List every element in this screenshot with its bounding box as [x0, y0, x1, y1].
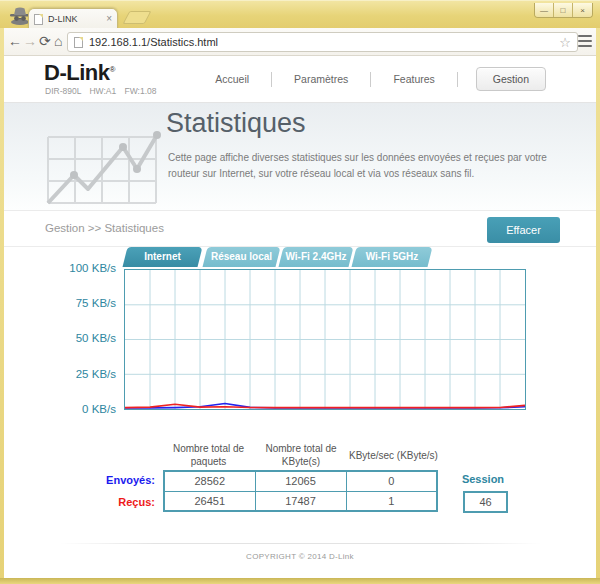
nav-separator [457, 72, 458, 87]
nav-item-features[interactable]: Features [371, 73, 456, 85]
page-banner: Statistiques Cette page affiche diverses… [4, 102, 596, 211]
browser-window: D-LINK × — □ × ← → ⟳ ⌂ 192.168.1.1/Stati… [0, 0, 600, 584]
footer-divider [59, 543, 541, 544]
tab-internet[interactable]: Internet [125, 247, 200, 267]
cell-envoyes-kbytes: 12065 [255, 471, 346, 491]
breadcrumb-row: Gestion >> Statistiques Effacer [4, 211, 596, 247]
forward-icon[interactable]: → [23, 33, 37, 50]
minimize-button[interactable]: — [535, 3, 554, 17]
maximize-button[interactable]: □ [554, 3, 573, 17]
table-row-envoyes: 28562 12065 0 [164, 471, 437, 491]
close-button[interactable]: × [573, 3, 592, 17]
cell-recus-kbytes: 17487 [255, 491, 346, 511]
main-nav: Accueil Paramètres Features Gestion [193, 56, 550, 102]
chart-canvas [125, 270, 525, 409]
col-header-kbyte-sec: KByte/sec (KByte/s) [348, 450, 439, 463]
page-favicon-icon [34, 14, 43, 25]
session-label: Session [448, 473, 518, 485]
url-bar[interactable]: 192.168.1.1/Statistics.html ☆ [67, 32, 578, 52]
nav-item-parametres[interactable]: Paramètres [272, 73, 370, 85]
stats-table: 28562 12065 0 26451 17487 1 [163, 470, 438, 512]
page-viewport: D-Link® DIR-890L HW:A1 FW:1.08 Accueil P… [4, 56, 596, 578]
browser-toolbar: ← → ⟳ ⌂ 192.168.1.1/Statistics.html ☆ [4, 28, 596, 56]
url-text[interactable]: 192.168.1.1/Statistics.html [89, 36, 559, 48]
row-label-recus: Reçus: [65, 496, 155, 508]
copyright-text: COPYRIGHT © 2014 D-Link [4, 552, 596, 561]
page-icon [74, 37, 83, 48]
cell-envoyes-rate: 0 [346, 471, 437, 491]
cell-envoyes-paquets: 28562 [164, 471, 255, 491]
window-controls: — □ × [534, 3, 593, 18]
ytick-75: 75 KB/s [64, 297, 116, 309]
bookmark-star-icon[interactable]: ☆ [559, 35, 571, 50]
chart-watermark-icon [44, 129, 162, 207]
ytick-100: 100 KB/s [64, 262, 116, 274]
ytick-25: 25 KB/s [64, 368, 116, 380]
browser-titlebar: D-LINK × — □ × [0, 0, 600, 28]
tab-close-icon[interactable]: × [106, 14, 112, 24]
tab-title: D-LINK [48, 14, 106, 24]
clear-button[interactable]: Effacer [487, 217, 560, 243]
tab-wifi-5ghz[interactable]: Wi-Fi 5GHz [354, 247, 430, 267]
table-row-recus: 26451 17487 1 [164, 491, 437, 511]
col-header-kbytes: Nombre total deKByte(s) [254, 443, 348, 468]
back-icon[interactable]: ← [8, 33, 22, 50]
col-header-paquets: Nombre total depaquets [163, 443, 254, 468]
dlink-logo: D-Link® [44, 60, 115, 86]
page-title: Statistiques [166, 108, 306, 139]
nav-item-gestion[interactable]: Gestion [476, 67, 546, 91]
row-label-envoyes: Envoyés: [65, 474, 155, 486]
cell-recus-paquets: 26451 [164, 491, 255, 511]
tab-wifi-24ghz[interactable]: Wi-Fi 2.4GHz [281, 247, 351, 267]
site-header: D-Link® DIR-890L HW:A1 FW:1.08 Accueil P… [4, 56, 596, 102]
home-icon[interactable]: ⌂ [54, 33, 62, 50]
nav-item-accueil[interactable]: Accueil [193, 73, 271, 85]
model-firmware-label: DIR-890L HW:A1 FW:1.08 [45, 86, 157, 96]
new-tab-button[interactable] [123, 11, 152, 24]
browser-tab[interactable]: D-LINK × [28, 8, 118, 29]
session-value: 46 [463, 491, 508, 513]
ytick-0: 0 KB/s [64, 403, 116, 415]
reload-icon[interactable]: ⟳ [39, 33, 51, 50]
ytick-50: 50 KB/s [64, 332, 116, 344]
tab-reseau-local[interactable]: Réseau local [205, 247, 278, 267]
page-description: Cette page affiche diverses statistiques… [168, 150, 580, 181]
window-bottom-frame [0, 578, 600, 584]
traffic-chart [124, 269, 526, 410]
browser-menu-icon[interactable] [578, 35, 592, 47]
cell-recus-rate: 1 [346, 491, 437, 511]
breadcrumb: Gestion >> Statistiques [45, 222, 164, 234]
